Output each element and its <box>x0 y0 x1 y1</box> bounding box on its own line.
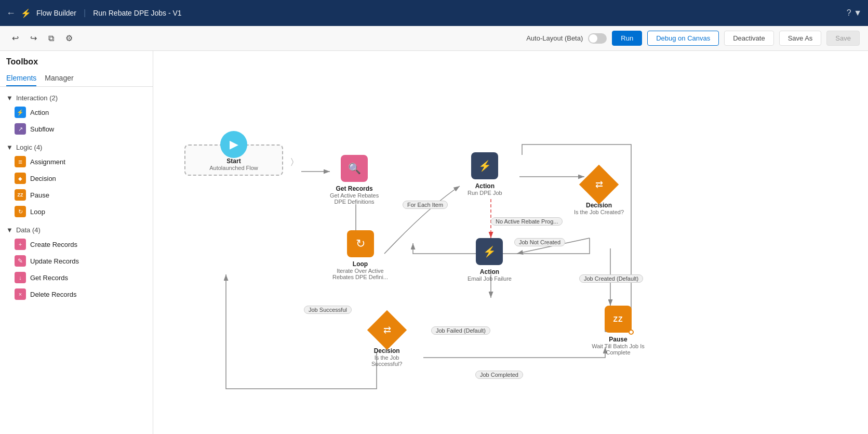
decision-job-successful-shape: ⇄ <box>367 310 406 350</box>
debug-button[interactable]: Debug on Canvas <box>647 31 719 46</box>
conn-label-job-completed: Job Completed <box>475 371 523 379</box>
sidebar-item-decision[interactable]: ◆ Decision <box>0 170 153 187</box>
sidebar-item-action[interactable]: ⚡ Action <box>0 104 153 121</box>
pause-sublabel: Wait Till Batch Job Is Complete <box>587 343 649 356</box>
section-interaction-header[interactable]: ▼ Interaction (2) <box>0 92 153 104</box>
main-area: Toolbox Elements Manager ▼ Interaction (… <box>0 51 868 434</box>
help-button[interactable]: ? ▼ <box>847 8 862 18</box>
back-button[interactable]: ← <box>6 8 16 19</box>
node-decision-job-created[interactable]: ⇄ Decision Is the Job Created? <box>574 170 624 215</box>
sidebar-item-delete-records[interactable]: × Delete Records <box>0 286 153 303</box>
get-records-shape: 🔍 <box>341 155 368 182</box>
subflow-label: Subflow <box>30 125 54 133</box>
subflow-icon: ↗ <box>15 123 26 135</box>
top-nav: ← ⚡ Flow Builder | Run Rebate DPE Jobs -… <box>0 0 868 26</box>
update-records-icon: ✎ <box>15 255 26 267</box>
deactivate-button[interactable]: Deactivate <box>724 31 773 46</box>
run-button[interactable]: Run <box>612 31 642 46</box>
chevron-down-icon-data: ▼ <box>6 226 13 234</box>
app-name: Flow Builder <box>36 9 76 17</box>
get-records-label: Get Records <box>336 185 372 192</box>
redo-button[interactable]: ↪ <box>26 31 41 46</box>
get-records-label: Get Records <box>30 274 68 282</box>
node-pause[interactable]: ZZ Pause Wait Till Batch Job Is Complete <box>587 306 649 356</box>
node-action-run-dpe[interactable]: ⚡ Action Run DPE Job <box>468 152 502 196</box>
tab-manager[interactable]: Manager <box>45 71 73 86</box>
start-label: Start <box>226 157 241 165</box>
sidebar-item-assignment[interactable]: = Assignment <box>0 153 153 170</box>
action-run-dpe-shape: ⚡ <box>471 152 498 179</box>
tab-elements[interactable]: Elements <box>6 71 36 86</box>
update-records-label: Update Records <box>30 257 79 265</box>
assignment-label: Assignment <box>30 158 65 166</box>
delete-records-icon: × <box>15 288 26 300</box>
start-cursor-indicator: 〉 <box>291 157 293 166</box>
action-email-failure-sublabel: Email Job Failure <box>468 275 512 282</box>
conn-label-no-active-rebate: No Active Rebate Prog... <box>491 217 563 226</box>
section-interaction: ▼ Interaction (2) ⚡ Action ↗ Subflow <box>0 92 153 141</box>
flow-name: Run Rebate DPE Jobs - V1 <box>93 9 181 17</box>
action-email-failure-label: Action <box>480 268 499 275</box>
node-get-records[interactable]: 🔍 Get Records Get Active RebatesDPE Defi… <box>330 155 379 205</box>
get-records-sublabel: Get Active RebatesDPE Definitions <box>330 192 379 205</box>
loop-sublabel: Iterate Over ActiveRebates DPE Defini... <box>332 268 388 280</box>
copy-button[interactable]: ⧉ <box>45 31 58 46</box>
decision-job-created-sublabel: Is the Job Created? <box>574 209 624 215</box>
conn-label-job-not-created: Job Not Created <box>514 238 565 246</box>
settings-button[interactable]: ⚙ <box>62 31 76 46</box>
action-label: Action <box>30 109 49 116</box>
start-circle: ▶ <box>220 131 247 158</box>
sidebar-item-pause[interactable]: ZZ Pause <box>0 187 153 203</box>
decision-job-created-shape: ⇄ <box>579 165 619 204</box>
assignment-icon: = <box>15 156 26 167</box>
auto-layout-label: Auto-Layout (Beta) <box>526 34 583 42</box>
pause-label: Pause <box>609 336 627 343</box>
start-sublabel: Autolaunched Flow <box>209 165 258 171</box>
loop-label: Loop <box>353 260 368 268</box>
conn-label-job-created-default: Job Created (Default) <box>579 274 643 283</box>
toolbar: ↩ ↪ ⧉ ⚙ Auto-Layout (Beta) Run Debug on … <box>0 26 868 51</box>
decision-icon: ◆ <box>15 173 26 184</box>
chevron-down-icon-logic: ▼ <box>6 143 13 151</box>
create-records-label: Create Records <box>30 241 77 248</box>
action-run-dpe-label: Action <box>475 182 495 190</box>
conn-label-job-failed-default: Job Failed (Default) <box>431 326 490 335</box>
conn-label-job-successful: Job Successful <box>304 306 352 314</box>
sidebar: Toolbox Elements Manager ▼ Interaction (… <box>0 51 153 434</box>
sidebar-tabs: Elements Manager <box>0 71 153 87</box>
loop-icon: ↻ <box>15 206 26 217</box>
pause-label: Pause <box>30 191 49 199</box>
node-loop[interactable]: ↻ Loop Iterate Over ActiveRebates DPE De… <box>332 230 388 280</box>
node-action-email-failure[interactable]: ⚡ Action Email Job Failure <box>468 238 512 282</box>
auto-layout-toggle[interactable] <box>588 33 607 44</box>
sidebar-item-get-records[interactable]: ↓ Get Records <box>0 269 153 286</box>
app-icon: ⚡ <box>21 8 31 18</box>
delete-records-label: Delete Records <box>30 291 77 298</box>
sidebar-item-loop[interactable]: ↻ Loop <box>0 203 153 220</box>
create-records-icon: + <box>15 239 26 250</box>
save-as-button[interactable]: Save As <box>779 31 822 46</box>
node-start[interactable]: ▶ Start Autolaunched Flow 〉 <box>184 144 283 176</box>
sidebar-item-update-records[interactable]: ✎ Update Records <box>0 253 153 269</box>
pause-shape: ZZ <box>605 306 632 333</box>
conn-label-for-each-item: For Each Item <box>403 201 448 209</box>
canvas[interactable]: ▶ Start Autolaunched Flow 〉 🔍 Get Record… <box>153 51 868 434</box>
action-run-dpe-sublabel: Run DPE Job <box>468 190 502 196</box>
section-logic-header[interactable]: ▼ Logic (4) <box>0 141 153 153</box>
sidebar-item-subflow[interactable]: ↗ Subflow <box>0 121 153 137</box>
node-decision-job-successful[interactable]: ⇄ Decision Is the JobSuccessful? <box>371 316 402 367</box>
action-email-failure-shape: ⚡ <box>476 238 503 265</box>
decision-label: Decision <box>30 175 56 182</box>
pause-icon: ZZ <box>15 189 26 201</box>
canvas-inner: ▶ Start Autolaunched Flow 〉 🔍 Get Record… <box>153 51 868 434</box>
section-data-header[interactable]: ▼ Data (4) <box>0 224 153 236</box>
save-button[interactable]: Save <box>826 31 860 46</box>
undo-button[interactable]: ↩ <box>8 31 22 46</box>
section-logic: ▼ Logic (4) = Assignment ◆ Decision ZZ P… <box>0 141 153 224</box>
decision-job-successful-sublabel: Is the JobSuccessful? <box>371 354 402 367</box>
loop-label: Loop <box>30 208 45 216</box>
toolbar-right: Auto-Layout (Beta) Run Debug on Canvas D… <box>526 31 860 46</box>
chevron-down-icon: ▼ <box>6 94 13 102</box>
sidebar-item-create-records[interactable]: + Create Records <box>0 236 153 253</box>
action-icon: ⚡ <box>15 107 26 118</box>
